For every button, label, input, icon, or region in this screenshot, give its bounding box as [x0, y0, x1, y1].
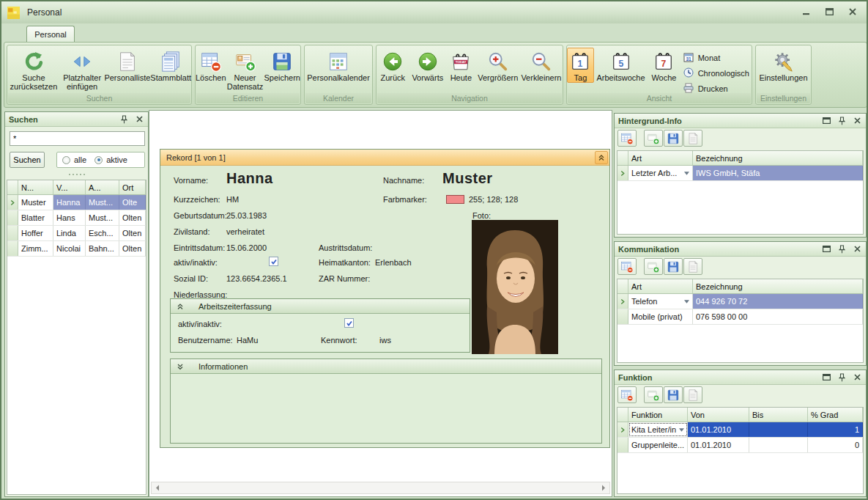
- column-header[interactable]: Von: [688, 408, 749, 422]
- column-header[interactable]: Art: [628, 151, 693, 165]
- zoom-in-button[interactable]: Vergrößern: [476, 48, 520, 82]
- app-window: Personal Personal Suche zurücksetzen Pla…: [0, 0, 868, 500]
- svg-text:5: 5: [618, 59, 623, 69]
- scroll-right-arrow[interactable]: [598, 482, 609, 493]
- table-row[interactable]: Zimm... Nicolai Bahn... Olten: [7, 241, 146, 257]
- table-row[interactable]: Mobile (privat) 076 598 00 00: [617, 309, 863, 325]
- splitter-grip[interactable]: [5, 174, 148, 175]
- today-button[interactable]: TODAY Heute: [446, 48, 476, 82]
- float-window-icon[interactable]: [821, 372, 831, 382]
- zeiterfassung-header[interactable]: Arbeitszeiterfassung: [171, 299, 470, 314]
- horizontal-scrollbar[interactable]: [151, 482, 610, 494]
- column-header[interactable]: N...: [18, 180, 53, 194]
- aktiv-checkbox[interactable]: [269, 257, 278, 266]
- document-button[interactable]: [683, 258, 702, 275]
- pin-icon[interactable]: [837, 116, 847, 125]
- search-input[interactable]: [10, 131, 145, 146]
- record-header: Rekord [1 von 1]: [160, 150, 609, 166]
- table-row[interactable]: Letzter Arb... IWS GmbH, Stäfa: [617, 166, 863, 181]
- column-header[interactable]: % Grad: [808, 408, 863, 422]
- minimize-button[interactable]: [799, 6, 812, 18]
- personnel-list-button[interactable]: Personalliste: [104, 48, 150, 82]
- table-row[interactable]: Gruppenleite... 01.01.2010 0: [617, 438, 863, 453]
- close-icon[interactable]: [134, 114, 144, 124]
- save-button[interactable]: Speichern: [264, 48, 300, 82]
- document-button[interactable]: [683, 130, 702, 147]
- insert-placeholder-button[interactable]: Platzhalter einfügen: [60, 48, 105, 91]
- column-header[interactable]: Bis: [749, 408, 808, 422]
- zeiterfassung-section: Arbeitszeiterfassung aktiv/inaktiv: Benu…: [170, 298, 470, 353]
- radio-alle[interactable]: [62, 156, 70, 164]
- collapse-record-button[interactable]: [595, 151, 608, 164]
- save-row-button[interactable]: [664, 386, 683, 403]
- new-row-button[interactable]: [644, 130, 663, 147]
- save-icon: [667, 260, 680, 273]
- close-icon[interactable]: [852, 244, 862, 254]
- zoom-out-icon: [530, 49, 552, 73]
- column-header[interactable]: Ort: [119, 180, 146, 194]
- pin-icon[interactable]: [837, 244, 847, 254]
- pin-icon[interactable]: [119, 114, 129, 124]
- art-dropdown-cell[interactable]: Letzter Arb...: [628, 166, 693, 180]
- field-label: Zivilstand:: [174, 227, 210, 236]
- workweek-view-button[interactable]: 5 Arbeitswoche: [594, 48, 648, 82]
- kurzzeichen-value: HM: [226, 195, 239, 204]
- delete-row-button[interactable]: [617, 130, 637, 147]
- month-view-button[interactable]: 31 Monat: [680, 51, 752, 65]
- funktion-dropdown-cell[interactable]: Kita Leiter/in: [628, 422, 688, 437]
- float-window-icon[interactable]: [821, 244, 831, 254]
- ribbon-group-ansicht: 1 Tag 5 Arbeitswoche 7 Woche 31 Monat: [566, 45, 752, 105]
- close-icon[interactable]: [852, 116, 862, 125]
- column-header[interactable]: Art: [628, 279, 693, 293]
- panel-toolbar: [615, 128, 866, 148]
- column-header[interactable]: Bezeichnung: [693, 279, 863, 293]
- master-sheet-button[interactable]: Stammblatt: [150, 48, 191, 82]
- save-row-button[interactable]: [664, 130, 683, 147]
- personnel-calendar-button[interactable]: Personalkalender: [305, 48, 371, 82]
- forward-button[interactable]: Vorwärts: [409, 48, 446, 82]
- delete-button[interactable]: Löschen: [196, 48, 226, 82]
- save-icon: [271, 49, 293, 73]
- informationen-header[interactable]: Informationen: [171, 359, 601, 374]
- ribbon-group-label: Ansicht: [568, 93, 751, 103]
- column-header[interactable]: Bezeichnung: [693, 151, 863, 165]
- current-row-arrow-icon: [620, 298, 625, 305]
- farbmarker-swatch[interactable]: [446, 195, 464, 204]
- document-button[interactable]: [683, 386, 702, 403]
- table-row[interactable]: Blatter Hans Must... Olten: [7, 210, 146, 226]
- week-view-button[interactable]: 7 Woche: [648, 48, 680, 82]
- art-dropdown-cell[interactable]: Telefon: [628, 294, 693, 309]
- new-record-button[interactable]: Neuer Datensatz: [226, 48, 264, 91]
- table-row[interactable]: Hoffer Linda Esch... Olten: [7, 226, 146, 241]
- day-view-button[interactable]: 1 Tag: [567, 48, 594, 83]
- back-button[interactable]: Zurück: [376, 48, 409, 82]
- chronological-view-button[interactable]: Chronologisch: [680, 67, 752, 80]
- column-header[interactable]: A...: [86, 180, 119, 194]
- table-row[interactable]: Muster Hanna Must... Olte: [7, 195, 146, 210]
- maximize-button[interactable]: [823, 6, 836, 18]
- delete-row-button[interactable]: [617, 258, 637, 275]
- zoom-out-button[interactable]: Verkleinern: [520, 48, 563, 82]
- field-label: Farbmarker:: [383, 195, 427, 204]
- radio-aktive[interactable]: [94, 156, 103, 164]
- search-submit-button[interactable]: Suchen: [10, 152, 45, 168]
- new-row-button[interactable]: [644, 258, 663, 275]
- settings-button[interactable]: Einstellungen: [757, 48, 810, 82]
- column-header[interactable]: V...: [53, 180, 86, 194]
- float-window-icon[interactable]: [821, 116, 831, 125]
- scroll-left-arrow[interactable]: [152, 482, 163, 493]
- new-row-button[interactable]: [644, 386, 663, 403]
- close-icon[interactable]: [852, 372, 862, 382]
- save-row-button[interactable]: [664, 258, 683, 275]
- reset-search-button[interactable]: Suche zurücksetzen: [7, 48, 60, 91]
- column-header[interactable]: Funktion: [628, 408, 688, 422]
- settings-gear-icon: [773, 49, 795, 73]
- close-button[interactable]: [846, 6, 859, 18]
- field-label: ZAR Nummer:: [319, 274, 370, 283]
- tab-personal[interactable]: Personal: [26, 26, 75, 43]
- table-row[interactable]: Telefon 044 926 70 72: [617, 294, 863, 309]
- zeiterfassung-aktiv-checkbox[interactable]: [344, 318, 354, 328]
- table-row[interactable]: Kita Leiter/in 01.01.2010 1: [617, 422, 863, 438]
- pin-icon[interactable]: [837, 372, 847, 382]
- delete-row-button[interactable]: [617, 386, 637, 403]
